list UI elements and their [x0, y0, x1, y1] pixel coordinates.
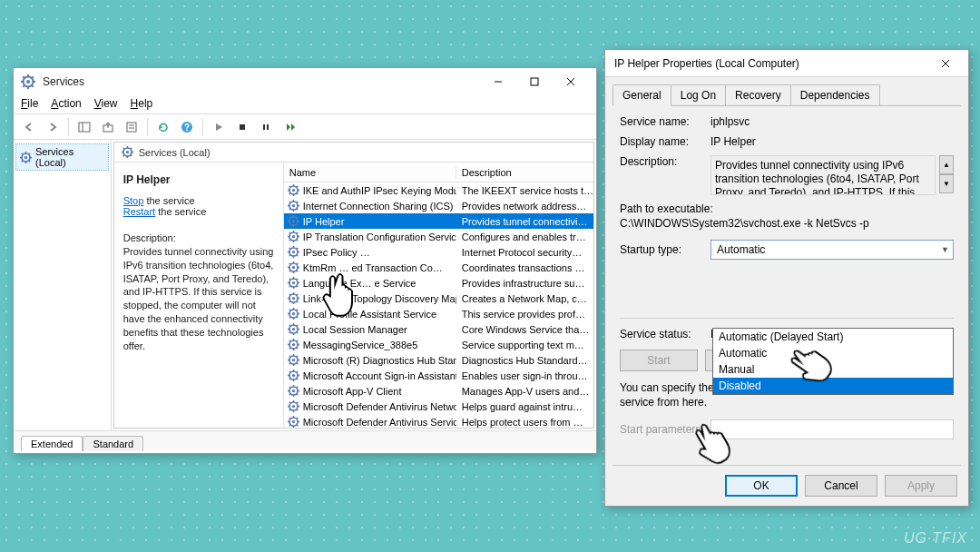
scroll-up-icon: ▲ [939, 155, 954, 174]
tab-general[interactable]: General [612, 84, 671, 106]
column-headers[interactable]: Name Description [284, 163, 593, 182]
svg-rect-22 [240, 124, 245, 130]
toolbar: ? [14, 114, 596, 140]
table-row[interactable]: Microsoft Defender Antivirus Network I…H… [284, 399, 593, 414]
col-description[interactable]: Description [456, 167, 593, 178]
table-row[interactable]: KtmRm … ed Transaction Co…Coordinates tr… [284, 260, 593, 275]
description-scroll[interactable]: ▲▼ [939, 155, 954, 193]
window-title: Services [43, 75, 84, 88]
pause-service-button[interactable] [256, 117, 276, 137]
value-service-name: iphlpsvc [710, 115, 954, 128]
tree-item-services-local[interactable]: Services (Local) [15, 143, 109, 171]
titlebar[interactable]: Services [14, 68, 596, 95]
table-row[interactable]: Local Profile Assistant ServiceThis serv… [284, 306, 593, 321]
label-display-name: Display name: [620, 135, 710, 148]
table-row[interactable]: IKE and AuthIP IPsec Keying ModulesThe I… [284, 182, 593, 198]
detail-pane: IP Helper Stop the service Restart the s… [114, 163, 283, 428]
service-icon [288, 400, 299, 412]
ok-button[interactable]: OK [725, 475, 798, 497]
properties-button[interactable] [122, 117, 142, 137]
svg-rect-14 [79, 123, 90, 132]
tab-recovery[interactable]: Recovery [725, 84, 791, 106]
svg-rect-24 [267, 124, 269, 130]
right-pane-header: Services (Local) [114, 143, 593, 163]
dialog-close-button[interactable] [932, 51, 959, 76]
menu-action[interactable]: Action [51, 97, 81, 110]
table-row[interactable]: Microsoft (R) Diagnostics Hub Standar…Di… [284, 352, 593, 368]
service-icon [288, 246, 299, 258]
stop-link[interactable]: Stop [123, 195, 144, 206]
col-name[interactable]: Name [284, 167, 456, 178]
menu-help[interactable]: Help [131, 97, 153, 110]
table-row[interactable]: Language Ex… e ServiceProvides infrastru… [284, 275, 593, 291]
forward-button[interactable] [43, 117, 63, 137]
menu-file[interactable]: File [21, 97, 38, 110]
services-window: Services File Action View Help ? [13, 67, 597, 454]
table-row[interactable]: IPsec Policy …Internet Protocol security… [284, 244, 593, 260]
start-service-button[interactable] [209, 117, 229, 137]
service-icon [288, 184, 299, 196]
menubar: File Action View Help [14, 95, 596, 114]
service-icon [288, 215, 299, 227]
minimize-button[interactable] [480, 69, 516, 94]
label-path: Path to executable: [620, 202, 954, 217]
service-icon [288, 292, 299, 304]
services-icon [21, 74, 35, 89]
table-row[interactable]: MessagingService_388e5Service supporting… [284, 337, 593, 352]
export-button[interactable] [98, 117, 118, 137]
restart-service-button[interactable] [279, 117, 299, 137]
chevron-down-icon: ▼ [941, 245, 949, 254]
svg-text:?: ? [184, 123, 190, 133]
tab-dependencies[interactable]: Dependencies [790, 84, 880, 106]
label-status: Service status: [620, 328, 710, 340]
table-row[interactable]: IP Translation Configuration ServiceConf… [284, 229, 593, 244]
table-row[interactable]: Internet Connection Sharing (ICS)Provide… [284, 198, 593, 213]
table-row[interactable]: Microsoft Defender Antivirus ServiceHelp… [284, 414, 593, 428]
service-icon [288, 200, 299, 212]
table-row[interactable]: IP HelperProvides tunnel connectivi… [284, 213, 593, 229]
table-row[interactable]: Local Session ManagerCore Windows Servic… [284, 321, 593, 337]
watermark: UG·TFIX [904, 530, 967, 547]
refresh-button[interactable] [153, 117, 173, 137]
dialog-titlebar[interactable]: IP Helper Properties (Local Computer) [605, 50, 968, 77]
label-startup: Startup type: [620, 243, 710, 256]
description-label: Description: [123, 232, 274, 245]
tab-standard[interactable]: Standard [83, 436, 143, 451]
menu-view[interactable]: View [94, 97, 118, 110]
help-button[interactable]: ? [177, 117, 197, 137]
dropdown-option[interactable]: Automatic (Delayed Start) [713, 329, 953, 345]
svg-rect-11 [531, 78, 538, 85]
service-icon [288, 370, 299, 381]
service-icon [288, 308, 299, 320]
view-tabs: Extended Standard [14, 430, 596, 450]
service-icon [288, 261, 299, 273]
table-row[interactable]: Link-Layer Topology Discovery MapperCrea… [284, 291, 593, 306]
apply-button[interactable]: Apply [885, 475, 957, 497]
start-params-input[interactable] [710, 419, 954, 439]
back-button[interactable] [19, 117, 39, 137]
start-button[interactable]: Start [620, 350, 698, 371]
selected-service-heading: IP Helper [123, 173, 274, 186]
show-hide-tree-button[interactable] [74, 117, 94, 137]
dropdown-option[interactable]: Automatic [713, 345, 953, 361]
table-row[interactable]: Microsoft Account Sign-in AssistantEnabl… [284, 368, 593, 383]
startup-dropdown[interactable]: Automatic (Delayed Start)AutomaticManual… [712, 328, 954, 395]
service-icon [288, 339, 299, 350]
service-icon [288, 385, 299, 397]
svg-rect-23 [263, 124, 265, 130]
restart-link[interactable]: Restart [123, 206, 155, 217]
maximize-button[interactable] [516, 69, 553, 94]
tab-extended[interactable]: Extended [21, 436, 83, 451]
stop-service-button[interactable] [232, 117, 252, 137]
close-button[interactable] [553, 69, 589, 94]
dropdown-option[interactable]: Manual [713, 361, 953, 378]
tab-logon[interactable]: Log On [671, 84, 726, 106]
cancel-button[interactable]: Cancel [805, 475, 877, 497]
table-row[interactable]: Microsoft App-V ClientManages App-V user… [284, 383, 593, 399]
svg-rect-17 [127, 123, 136, 132]
services-list[interactable]: Name Description IKE and AuthIP IPsec Ke… [283, 163, 593, 428]
startup-type-select[interactable]: Automatic ▼ [710, 240, 954, 260]
label-description: Description: [620, 155, 710, 168]
dropdown-option[interactable]: Disabled [713, 378, 953, 394]
dialog-tabs: General Log On Recovery Dependencies [612, 84, 961, 106]
